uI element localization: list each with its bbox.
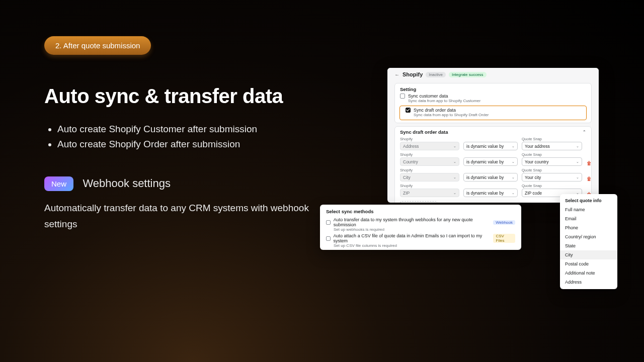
dropdown-item[interactable]: City (560, 250, 617, 259)
col-label-shopify: Shopify (400, 184, 459, 188)
dropdown-item[interactable]: State (560, 241, 617, 250)
checkbox-webhook[interactable] (326, 220, 331, 225)
page-title: Auto sync & transfer data (44, 85, 326, 108)
sync-draft-row: Sync draft order data Sync data from app… (400, 107, 586, 119)
sync-customer-row: Sync customer data Sync data from app to… (395, 93, 591, 105)
dropdown-item[interactable]: Additional note (560, 268, 617, 278)
modal-title: Select sync methods (326, 209, 515, 214)
quote-snap-select[interactable]: Your country⌄ (522, 157, 582, 166)
quote-snap-select[interactable]: Your address⌄ (522, 142, 582, 150)
checkbox-sync-customer[interactable] (400, 94, 405, 99)
dropdown-item[interactable]: Email (560, 214, 617, 223)
mapping-row: Shopify Country⌄ is dynamic value by⌄ Qu… (400, 152, 586, 166)
dropdown-item[interactable]: Address (560, 278, 617, 287)
select-sync-methods-modal: Select sync methods Auto transfer data t… (320, 205, 521, 250)
chevron-down-icon: ⌄ (453, 144, 456, 148)
collapse-icon[interactable]: ⌃ (583, 130, 586, 134)
add-property-button[interactable]: + Add property (400, 201, 437, 203)
chevron-down-icon: ⌄ (453, 191, 456, 195)
operator-select[interactable]: is dynamic value by⌄ (463, 157, 518, 166)
bullet-item: Auto create Shopify Order after submissi… (57, 137, 326, 152)
col-label-empty (463, 137, 518, 141)
feature-bullets: Auto create Shopify Customer after submi… (44, 122, 326, 152)
status-badge-inactive: Inactive (426, 72, 446, 77)
shopify-field-select[interactable]: ZIP⌄ (400, 189, 459, 197)
operator-select[interactable]: is dynamic value by⌄ (463, 142, 518, 150)
mapping-card: Sync draft order data ⌃ Shopify Address⌄… (394, 126, 592, 203)
chevron-down-icon: ⌄ (576, 175, 579, 179)
col-label-quote: Quote Snap (522, 137, 582, 141)
mapping-row: Shopify ZIP⌄ is dynamic value by⌄ Quote … (400, 184, 586, 197)
chevron-down-icon: ⌄ (512, 160, 515, 164)
sync-method-label: Auto transfer data to my system through … (334, 217, 489, 227)
sync-method-sublabel: Set up CSV file columns is required (334, 243, 515, 248)
bullet-item: Auto create Shopify Customer after submi… (57, 122, 326, 137)
shopify-field-select[interactable]: City⌄ (400, 173, 459, 182)
col-label-quote: Quote Snap (522, 152, 582, 157)
status-badge-success: Integrate success (449, 72, 487, 77)
quote-snap-select[interactable]: Your city⌄ (522, 173, 582, 182)
setting-card: Setting Sync customer data Sync data fro… (394, 83, 592, 123)
panel-header: ← Shopify Inactive Integrate success (387, 68, 599, 81)
col-label-empty (463, 152, 518, 157)
chevron-down-icon: ⌄ (453, 160, 456, 164)
chevron-down-icon: ⌄ (576, 160, 579, 164)
section-title: Sync draft order data ⌃ (395, 127, 591, 137)
back-icon[interactable]: ← (394, 72, 399, 77)
checkbox-sublabel: Sync data from app to Shopify Customer (408, 99, 586, 103)
shopify-settings-panel: ← Shopify Inactive Integrate success Set… (387, 68, 599, 203)
operator-select[interactable]: is dynamic value by⌄ (463, 189, 518, 197)
mapping-row: Shopify City⌄ is dynamic value by⌄ Quote… (400, 168, 586, 182)
col-label-shopify: Shopify (400, 137, 459, 141)
checkbox-sublabel: Sync data from app to Shopify Draft Orde… (414, 113, 581, 117)
chevron-down-icon: ⌄ (453, 175, 456, 179)
col-label-quote: Quote Snap (522, 184, 582, 188)
chevron-down-icon: ⌄ (576, 144, 579, 148)
col-label-shopify: Shopify (400, 168, 459, 172)
dropdown-item[interactable]: Postal code (560, 259, 617, 268)
mapping-grid: Shopify Address⌄ is dynamic value by⌄ Qu… (395, 137, 591, 201)
col-label-empty (463, 184, 518, 188)
dropdown-item[interactable]: Full name (560, 205, 617, 214)
dropdown-item[interactable]: Phone (560, 223, 617, 232)
chevron-down-icon: ⌄ (512, 191, 515, 195)
shopify-field-select[interactable]: Address⌄ (400, 142, 459, 150)
new-badge: New (44, 176, 73, 191)
mapping-row: Shopify Address⌄ is dynamic value by⌄ Qu… (400, 137, 586, 150)
panel-title: Shopify (403, 71, 423, 77)
delete-row-icon[interactable]: 🗑 (586, 160, 592, 166)
col-label-shopify: Shopify (400, 152, 459, 157)
webhook-heading-row: New Webhook settings (44, 176, 326, 191)
hero-text: 2. After quote submission Auto sync & tr… (44, 36, 326, 232)
step-pill: 2. After quote submission (44, 36, 151, 55)
tag-webhook: Webhook (493, 220, 515, 225)
tag-csv: CSV Files (493, 234, 515, 243)
sync-method-row: Auto transfer data to my system through … (326, 217, 515, 232)
chevron-down-icon: ⌄ (512, 175, 515, 179)
dropdown-title: Select quote info (560, 197, 617, 205)
checkbox-sync-draft[interactable] (406, 108, 411, 113)
checkbox-label: Sync customer data (408, 94, 448, 99)
dropdown-item[interactable]: Country/ region (560, 232, 617, 241)
card-title: Setting (395, 83, 591, 93)
shopify-field-select[interactable]: Country⌄ (400, 157, 459, 166)
delete-row-icon[interactable]: 🗑 (586, 176, 592, 182)
col-label-quote: Quote Snap (522, 168, 582, 172)
sync-method-row: Auto attach a CSV file of quote data in … (326, 233, 515, 248)
sync-method-label: Auto attach a CSV file of quote data in … (334, 233, 489, 243)
col-label-empty (463, 168, 518, 172)
checkbox-label: Sync draft order data (414, 108, 456, 113)
chevron-down-icon: ⌄ (512, 144, 515, 148)
checkbox-csv[interactable] (326, 236, 331, 241)
operator-select[interactable]: is dynamic value by⌄ (463, 173, 518, 182)
sync-method-sublabel: Set up webhooks is required (334, 227, 515, 232)
highlight-draft-order: Sync draft order data Sync data from app… (399, 106, 587, 120)
section-title-label: Sync draft order data (400, 129, 448, 135)
webhook-description: Automatically transfer data to any CRM s… (44, 200, 326, 233)
quote-info-dropdown: Select quote info Full name Email Phone … (560, 194, 617, 289)
webhook-subhead: Webhook settings (83, 177, 170, 190)
